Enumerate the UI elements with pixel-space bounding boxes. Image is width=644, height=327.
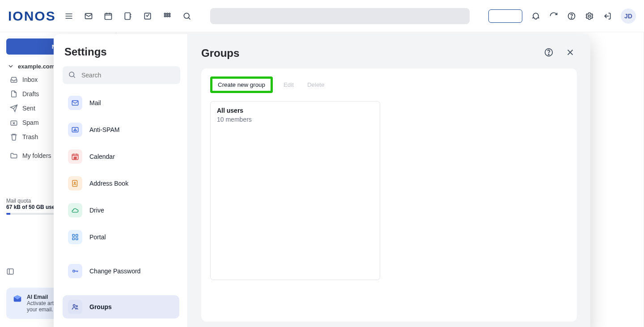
logout-icon[interactable] [603, 12, 612, 21]
svg-point-8 [166, 15, 168, 17]
groups-toolbar: Create new group Edit Delete [210, 76, 568, 93]
create-group-button[interactable]: Create new group [210, 76, 273, 93]
svg-rect-1 [105, 13, 111, 19]
settings-search-input[interactable] [80, 71, 175, 79]
tasks-icon[interactable] [143, 11, 153, 21]
svg-rect-18 [72, 127, 78, 132]
nav-calendar[interactable]: 15Calendar [63, 145, 179, 168]
apps-icon[interactable] [162, 11, 172, 21]
settings-search[interactable] [63, 66, 180, 84]
grid-icon [68, 230, 82, 244]
delete-group-button[interactable]: Delete [305, 81, 327, 89]
nav-address-book[interactable]: Address Book [63, 172, 179, 195]
svg-point-28 [73, 305, 76, 307]
mail-icon[interactable] [84, 11, 93, 21]
svg-rect-24 [76, 234, 78, 237]
upgrade-chip[interactable] [488, 9, 522, 23]
svg-point-31 [548, 54, 549, 55]
settings-icon[interactable] [585, 12, 594, 21]
settings-body: Create new group Edit Delete All users 1… [188, 68, 590, 327]
svg-text:15: 15 [74, 157, 77, 159]
nav-drive[interactable]: Drive [63, 199, 179, 222]
close-button[interactable] [564, 46, 577, 60]
avatar[interactable]: JD [621, 8, 636, 24]
calendar-icon[interactable] [103, 11, 113, 21]
group-members: 10 members [217, 116, 373, 123]
svg-point-27 [73, 270, 75, 272]
svg-point-10 [184, 13, 189, 18]
refresh-icon[interactable] [549, 12, 558, 21]
menu-icon[interactable] [64, 11, 74, 21]
svg-point-13 [589, 15, 591, 17]
addressbook-icon[interactable] [123, 11, 133, 21]
group-list: All users 10 members [210, 101, 568, 280]
cloud-icon [68, 203, 82, 217]
settings-main: Groups Create new group Edit Delete [188, 34, 590, 327]
svg-rect-2 [125, 13, 130, 19]
app-body: New example.com Inbox Drafts Sent Spam T… [0, 32, 644, 327]
settings-overlay: Settings Mail Anti-SPAM 15Calendar Addre… [0, 32, 644, 327]
nav-resources[interactable]: Resources [63, 322, 179, 324]
notifications-icon[interactable] [531, 12, 540, 21]
settings-heading: Groups [201, 47, 239, 59]
app-logo: IONOS [8, 8, 56, 24]
search-icon [68, 71, 76, 80]
calendar-icon: 15 [68, 149, 82, 164]
shield-icon [68, 123, 82, 137]
settings-header: Groups [188, 34, 590, 68]
settings-modal: Settings Mail Anti-SPAM 15Calendar Addre… [54, 34, 590, 327]
help-icon[interactable] [567, 12, 576, 21]
svg-point-29 [76, 306, 77, 307]
nav-anti-spam[interactable]: Anti-SPAM [63, 118, 179, 141]
key-icon [68, 264, 82, 278]
svg-point-16 [69, 72, 74, 77]
groups-icon [68, 300, 82, 314]
settings-title: Settings [64, 46, 187, 58]
mail-icon [68, 96, 82, 110]
nav-mail[interactable]: Mail [63, 91, 179, 115]
topbar-right: JD [488, 8, 636, 24]
svg-point-7 [164, 15, 165, 17]
nav-groups[interactable]: Groups [63, 295, 179, 319]
topbar-left: IONOS [8, 8, 192, 24]
nav-portal[interactable]: Portal [63, 225, 179, 249]
svg-point-12 [571, 17, 572, 18]
settings-sidebar: Settings Mail Anti-SPAM 15Calendar Addre… [54, 34, 188, 327]
svg-point-4 [164, 13, 165, 14]
app-nav-icons [64, 11, 192, 21]
groups-card: Create new group Edit Delete All users 1… [201, 68, 577, 322]
contacts-icon [68, 176, 82, 191]
search-icon[interactable] [182, 11, 192, 21]
edit-group-button[interactable]: Edit [281, 81, 297, 89]
svg-point-9 [169, 15, 170, 17]
svg-point-6 [169, 13, 170, 14]
settings-nav[interactable]: Mail Anti-SPAM 15Calendar Address Book D… [63, 89, 187, 324]
svg-rect-23 [72, 234, 75, 237]
svg-rect-26 [76, 238, 78, 240]
svg-point-22 [74, 182, 76, 183]
help-button[interactable] [542, 46, 555, 60]
topbar: IONOS JD [0, 0, 644, 32]
svg-rect-25 [72, 238, 75, 240]
nav-change-password[interactable]: Change Password [63, 259, 179, 283]
group-item[interactable]: All users 10 members [210, 101, 380, 280]
global-search[interactable] [210, 8, 470, 24]
group-name: All users [217, 107, 373, 114]
svg-point-5 [166, 13, 168, 14]
